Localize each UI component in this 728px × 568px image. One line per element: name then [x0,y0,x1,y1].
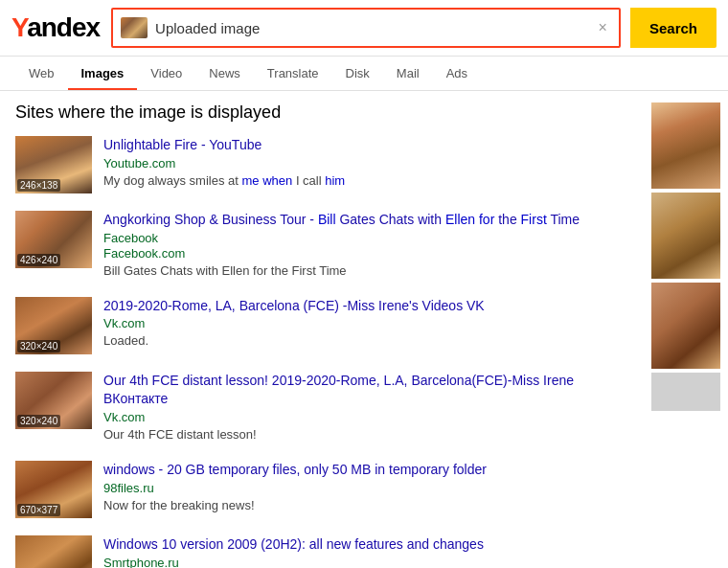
tab-disk[interactable]: Disk [332,57,383,90]
page-title: Sites where the image is displayed [15,102,636,123]
result-body: Unlightable Fire - YouTube Youtube.com M… [103,136,636,190]
sidebar-thumbnail[interactable] [651,193,720,279]
result-thumbnail: 320×240 [15,297,92,354]
result-title-link[interactable]: Unlightable Fire - YouTube [103,137,262,152]
search-button[interactable]: Search [630,8,717,48]
tab-video[interactable]: Video [137,57,195,90]
result-thumbnail: 670×377 [15,461,92,518]
result-snippet: Now for the breaking news! [103,497,636,514]
result-title-link[interactable]: Angkorking Shop & Business Tour - Bill G… [103,212,580,227]
uploaded-image-thumb [121,17,148,38]
tab-translate[interactable]: Translate [254,57,332,90]
dimension-label: 246×138 [17,179,60,192]
search-bar-inner: Uploaded image × [113,17,619,38]
result-snippet: My dog always smiles at me when I call h… [103,172,636,190]
dimension-label: 320×240 [17,415,60,427]
sidebar-images [651,102,728,568]
logo[interactable]: Yandex [11,12,100,43]
sidebar-thumbnail[interactable] [651,283,720,369]
result-body: 2019-2020-Rome, LA, Barcelona (FCE) -Mis… [103,297,636,351]
result-source: Youtube.com [103,156,636,170]
logo-y: Y [11,12,27,42]
result-source: Smrtphone.ru [103,556,636,568]
tab-mail[interactable]: Mail [383,57,433,90]
clear-button[interactable]: × [595,19,611,36]
table-row: 426×240 Angkorking Shop & Business Tour … [15,211,636,280]
table-row: 320×240 2019-2020-Rome, LA, Barcelona (F… [15,297,636,354]
result-source: Facebook [103,231,636,245]
tab-web[interactable]: Web [15,57,68,90]
result-body: Windows 10 version 2009 (20H2): all new … [103,535,636,568]
table-row: 670×377 windows - 20 GB temporary files,… [15,461,636,518]
header: Yandex Uploaded image × Search [0,0,728,57]
result-snippet: Loaded. [103,332,636,350]
result-title-link[interactable]: Windows 10 version 2009 (20H2): all new … [103,536,484,552]
search-input[interactable]: Uploaded image [155,20,587,36]
result-source: Vk.com [103,316,636,330]
result-title-link[interactable]: 2019-2020-Rome, LA, Barcelona (FCE) -Mis… [103,298,485,313]
result-title-link[interactable]: Our 4th FCE distant lesson! 2019-2020-Ro… [103,373,574,407]
table-row: 670×377 Windows 10 version 2009 (20H2): … [15,535,636,568]
search-bar: Uploaded image × [111,8,621,48]
nav-tabs: Web Images Video News Translate Disk Mai… [0,57,728,91]
result-title-link[interactable]: windows - 20 GB temporary files, only 50… [103,462,487,477]
tab-ads[interactable]: Ads [433,57,481,90]
result-body: Angkorking Shop & Business Tour - Bill G… [103,211,636,280]
result-thumbnail: 670×377 [15,535,92,568]
results-column: Sites where the image is displayed 246×1… [0,102,651,568]
sidebar-placeholder [651,373,720,411]
result-thumbnail: 246×138 [15,136,92,193]
result-thumbnail: 426×240 [15,211,92,268]
result-source-url: Facebook.com [103,246,636,261]
main-content: Sites where the image is displayed 246×1… [0,91,728,568]
result-source: 98files.ru [103,481,636,495]
result-snippet: Our 4th FCE distant lesson! [103,426,636,443]
table-row: 320×240 Our 4th FCE distant lesson! 2019… [15,372,636,443]
dimension-label: 670×377 [17,504,60,516]
dimension-label: 426×240 [17,254,60,266]
result-thumbnail: 320×240 [15,372,92,429]
dimension-label: 320×240 [17,340,60,352]
tab-images[interactable]: Images [68,57,138,90]
result-body: Our 4th FCE distant lesson! 2019-2020-Ro… [103,372,636,443]
result-snippet: Bill Gates Chats with Ellen for the Firs… [103,262,636,280]
table-row: 246×138 Unlightable Fire - YouTube Youtu… [15,136,636,193]
result-body: windows - 20 GB temporary files, only 50… [103,461,636,514]
logo-andex: andex [27,12,100,42]
result-source: Vk.com [103,410,636,424]
sidebar-thumbnail[interactable] [651,102,720,189]
tab-news[interactable]: News [195,57,254,90]
